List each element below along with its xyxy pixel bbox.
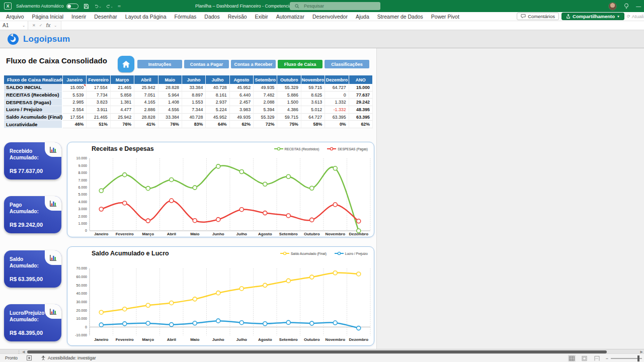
month-header-outubro[interactable]: Outubro bbox=[277, 75, 301, 84]
table-cell[interactable]: 3.823 bbox=[87, 99, 110, 106]
table-cell[interactable]: 2.457 bbox=[230, 99, 254, 106]
month-header-agosto[interactable]: Agosto bbox=[230, 75, 254, 84]
table-cell[interactable]: 59.715 bbox=[301, 84, 325, 92]
bar-chart-icon[interactable] bbox=[49, 200, 57, 207]
excel-app-icon[interactable]: X bbox=[4, 3, 12, 10]
table-cell[interactable]: 49.935 bbox=[254, 84, 277, 92]
table-cell[interactable]: 40.728 bbox=[182, 114, 206, 121]
table-cell[interactable]: 55.329 bbox=[277, 84, 301, 92]
nav-button-contas-a-receber[interactable]: Contas a Receber bbox=[231, 60, 276, 68]
table-cell[interactable]: 8.625 bbox=[301, 92, 325, 99]
tab-layout-da-pagina[interactable]: Layout da Página bbox=[121, 12, 171, 21]
month-header-janeiro[interactable]: Janeiro bbox=[63, 75, 87, 84]
table-cell[interactable]: 5.858 bbox=[111, 92, 134, 99]
table-cell[interactable]: 46% bbox=[63, 121, 87, 128]
save-icon[interactable] bbox=[83, 3, 90, 10]
tab-streamer-de-dados[interactable]: Streamer de Dados bbox=[373, 12, 427, 21]
table-cell[interactable]: 51% bbox=[87, 121, 110, 128]
nav-button-instrucoes[interactable]: Instruções bbox=[137, 60, 182, 68]
share-button[interactable]: Compartilhamento ▼ bbox=[561, 13, 624, 20]
kpi-card-recebido[interactable]: Recebido Acumulado:R$ 77.637,00 bbox=[4, 142, 61, 179]
table-cell[interactable]: 63.395 bbox=[325, 114, 349, 121]
table-cell[interactable]: 28.828 bbox=[158, 84, 182, 92]
zoom-out-icon[interactable]: − bbox=[606, 356, 608, 361]
table-corner-header[interactable]: Fluxo de Caixa Realizado bbox=[4, 75, 63, 84]
table-cell[interactable]: 8.897 bbox=[182, 92, 206, 99]
table-cell[interactable]: 3.911 bbox=[87, 106, 110, 114]
search-input[interactable]: Pesquisar bbox=[290, 2, 380, 10]
table-cell[interactable]: 41% bbox=[134, 121, 158, 128]
insert-function-icon[interactable]: fx bbox=[46, 23, 50, 28]
month-header-abril[interactable]: Abril bbox=[134, 75, 158, 84]
table-cell[interactable]: 5.886 bbox=[277, 92, 301, 99]
table-cell[interactable]: 0% bbox=[325, 121, 349, 128]
macro-record-icon[interactable] bbox=[27, 355, 32, 360]
table-cell[interactable]: 28.828 bbox=[134, 114, 158, 121]
table-cell-ano[interactable]: 77.637 bbox=[349, 92, 373, 99]
bar-chart-icon[interactable] bbox=[49, 146, 57, 153]
table-cell[interactable]: 6.440 bbox=[230, 92, 254, 99]
table-cell-ano[interactable]: 63.395 bbox=[349, 114, 373, 121]
tab-dados[interactable]: Dados bbox=[200, 12, 223, 21]
table-cell-ano[interactable]: 29.242 bbox=[349, 99, 373, 106]
tab-desenhar[interactable]: Desenhar bbox=[90, 12, 121, 21]
view-page-break-button[interactable] bbox=[593, 355, 601, 361]
autosave-toggle[interactable]: Salvamento Automático bbox=[16, 4, 78, 9]
kpi-card-saldo[interactable]: Saldo Acumulado:R$ 63.395,00 bbox=[4, 250, 61, 288]
table-cell[interactable]: 45.952 bbox=[230, 84, 254, 92]
table-cell[interactable]: -1.332 bbox=[325, 106, 349, 114]
scrollbar-thumb[interactable] bbox=[27, 350, 607, 353]
table-cell[interactable]: 83% bbox=[182, 121, 206, 128]
table-cell[interactable]: 2.554 bbox=[63, 106, 87, 114]
updates-label[interactable]: ⟳Atualizações bbox=[627, 14, 644, 19]
table-cell[interactable]: 3.613 bbox=[301, 99, 325, 106]
table-cell[interactable]: 76% bbox=[111, 121, 134, 128]
table-cell[interactable]: 1.408 bbox=[158, 99, 182, 106]
redo-icon[interactable]: ⌄ bbox=[106, 3, 113, 10]
tab-arquivo[interactable]: Arquivo bbox=[2, 12, 28, 21]
table-cell[interactable]: 17.554 bbox=[87, 84, 110, 92]
table-cell[interactable]: 45.952 bbox=[206, 114, 229, 121]
table-cell[interactable]: 64% bbox=[206, 121, 229, 128]
table-cell[interactable]: 76% bbox=[158, 121, 182, 128]
tab-pagina-inicial[interactable]: Página Inicial bbox=[28, 12, 67, 21]
table-cell[interactable]: 2.088 bbox=[254, 99, 277, 106]
table-cell[interactable]: 33.384 bbox=[182, 84, 206, 92]
table-cell[interactable]: 58% bbox=[301, 121, 325, 128]
table-cell[interactable]: 4.477 bbox=[111, 106, 134, 114]
kpi-card-lucro-prejuizo[interactable]: Lucro/Prejuizo Acumulado:R$ 48.395,00 bbox=[4, 304, 61, 341]
name-box[interactable]: A1⌄ bbox=[0, 21, 28, 30]
table-cell[interactable]: 7.482 bbox=[254, 92, 277, 99]
table-cell[interactable]: 25.942 bbox=[134, 84, 158, 92]
month-header-junho[interactable]: Junho bbox=[182, 75, 206, 84]
formula-bar-expand-icon[interactable]: ⌄ bbox=[54, 24, 57, 28]
table-cell[interactable]: 0 bbox=[325, 92, 349, 99]
table-cell-ano[interactable]: 62% bbox=[349, 121, 373, 128]
table-cell[interactable]: 1.500 bbox=[277, 99, 301, 106]
tab-inserir[interactable]: Inserir bbox=[67, 12, 90, 21]
table-cell[interactable]: 8.161 bbox=[206, 92, 229, 99]
table-cell[interactable]: 5.964 bbox=[158, 92, 182, 99]
table-cell[interactable]: 33.384 bbox=[158, 114, 182, 121]
table-cell[interactable]: 21.465 bbox=[111, 84, 134, 92]
table-cell[interactable]: 4.556 bbox=[158, 106, 182, 114]
table-cell[interactable]: 3.983 bbox=[230, 106, 254, 114]
bar-chart-icon[interactable] bbox=[49, 308, 57, 315]
table-cell[interactable]: 5.012 bbox=[301, 106, 325, 114]
month-header-maio[interactable]: Maio bbox=[158, 75, 182, 84]
month-header-marco[interactable]: Março bbox=[111, 75, 134, 84]
table-cell[interactable]: 75% bbox=[277, 121, 301, 128]
table-cell[interactable]: 2.937 bbox=[206, 99, 229, 106]
undo-icon[interactable]: ⌄ bbox=[95, 3, 102, 10]
year-header[interactable]: ANO bbox=[349, 75, 373, 84]
document-title[interactable]: Planilha – Dashboard Financeiro - Compet… bbox=[195, 0, 306, 12]
zoom-slider-thumb[interactable] bbox=[637, 355, 639, 361]
tab-desenvolvedor[interactable]: Desenvolvedor bbox=[308, 12, 352, 21]
confirm-entry-icon[interactable]: ✓ bbox=[39, 23, 43, 28]
kpi-card-pago[interactable]: Pago Acumulado:R$ 29.242,00 bbox=[4, 196, 61, 233]
table-cell[interactable]: 49.935 bbox=[230, 114, 254, 121]
table-cell-ano[interactable]: 48.395 bbox=[349, 106, 373, 114]
month-header-novembro[interactable]: Novembro bbox=[301, 75, 325, 84]
chart-panel-saldo-lucro[interactable]: 70.00060.00050.00040.00030.00020.00010.0… bbox=[67, 246, 374, 346]
table-cell[interactable]: 64.727 bbox=[325, 84, 349, 92]
